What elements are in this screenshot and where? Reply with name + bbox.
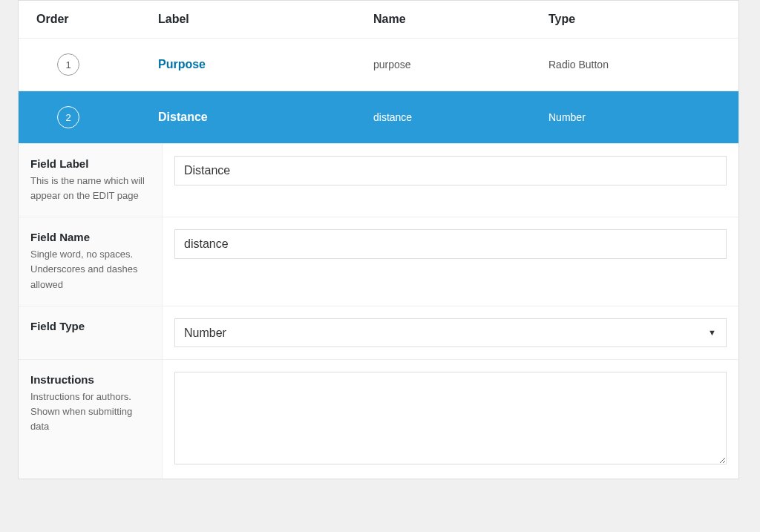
field-label-input[interactable] — [174, 156, 727, 185]
type-cell: Radio Button — [548, 59, 738, 70]
setting-input-area: Number — [163, 306, 738, 359]
field-label-link[interactable]: Distance — [158, 111, 208, 123]
setting-label-area: Instructions Instructions for authors. S… — [19, 360, 163, 479]
table-row[interactable]: 2 Distance distance Number — [19, 91, 738, 144]
field-name-text: purpose — [373, 59, 411, 70]
setting-title: Field Type — [30, 320, 148, 332]
instructions-textarea[interactable] — [174, 372, 727, 464]
header-type: Type — [548, 13, 738, 26]
table-row[interactable]: 1 Purpose purpose Radio Button — [19, 39, 738, 91]
order-cell: 1 — [19, 53, 158, 76]
header-label: Label — [158, 13, 373, 26]
select-wrapper: Number — [174, 318, 727, 347]
setting-desc: Single word, no spaces. Underscores and … — [30, 247, 148, 292]
field-type-text: Number — [548, 111, 586, 123]
setting-desc: This is the name which will appear on th… — [30, 174, 148, 203]
setting-input-area — [163, 360, 738, 479]
label-cell: Distance — [158, 111, 373, 124]
setting-field-name: Field Name Single word, no spaces. Under… — [19, 217, 738, 306]
setting-title: Field Name — [30, 231, 148, 243]
field-label-link[interactable]: Purpose — [158, 58, 206, 70]
setting-label-area: Field Name Single word, no spaces. Under… — [19, 217, 163, 305]
setting-label-area: Field Type — [19, 306, 163, 359]
setting-input-area — [163, 217, 738, 305]
field-type-text: Radio Button — [548, 59, 609, 70]
setting-field-type: Field Type Number — [19, 306, 738, 360]
field-name-text: distance — [373, 111, 412, 123]
order-cell: 2 — [19, 106, 158, 128]
setting-field-label: Field Label This is the name which will … — [19, 144, 738, 217]
setting-desc: Instructions for authors. Shown when sub… — [30, 390, 148, 434]
setting-title: Instructions — [30, 373, 148, 386]
setting-label-area: Field Label This is the name which will … — [19, 144, 163, 217]
header-order: Order — [19, 13, 158, 26]
name-cell: purpose — [373, 59, 548, 70]
setting-instructions: Instructions Instructions for authors. S… — [19, 360, 738, 479]
field-group-editor: Order Label Name Type 1 Purpose purpose … — [18, 0, 739, 479]
name-cell: distance — [373, 111, 548, 123]
setting-title: Field Label — [30, 157, 148, 170]
field-type-select[interactable]: Number — [174, 318, 727, 347]
setting-input-area — [163, 144, 738, 217]
field-editor-panel: Field Label This is the name which will … — [19, 144, 738, 479]
order-badge[interactable]: 2 — [57, 106, 79, 128]
type-cell: Number — [548, 111, 738, 123]
header-name: Name — [373, 13, 548, 26]
order-badge[interactable]: 1 — [57, 53, 79, 76]
field-name-input[interactable] — [174, 229, 727, 259]
table-header: Order Label Name Type — [19, 1, 738, 39]
label-cell: Purpose — [158, 58, 373, 71]
